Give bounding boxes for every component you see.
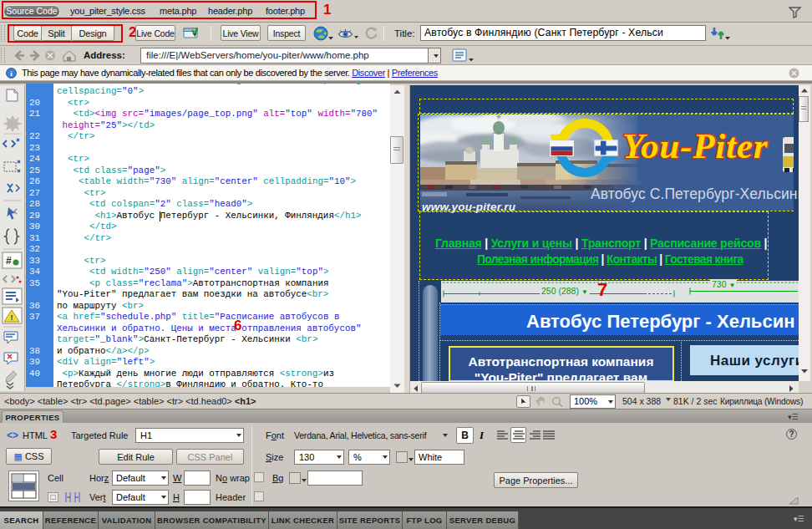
svg-text:!: ! xyxy=(11,313,13,322)
svg-text:#: # xyxy=(6,255,12,267)
svg-text:You-Piter: You-Piter xyxy=(622,126,769,165)
